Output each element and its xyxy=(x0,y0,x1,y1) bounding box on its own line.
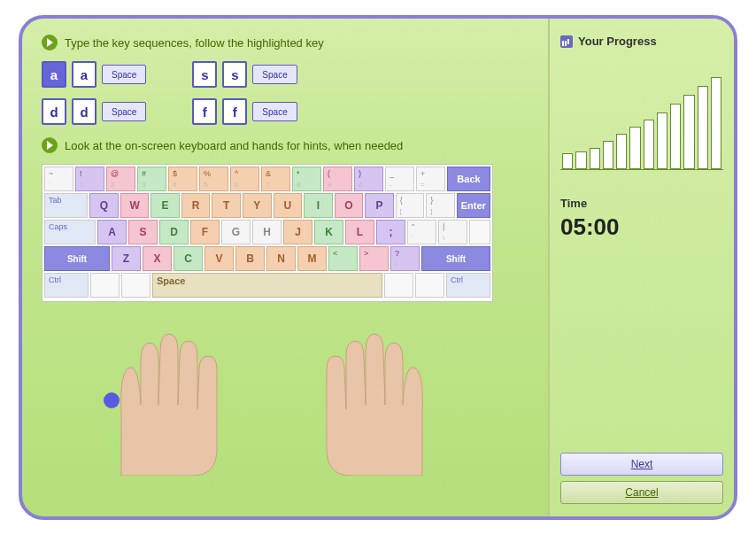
key-b: B xyxy=(235,246,265,271)
seq-key-s: s xyxy=(192,61,217,88)
sequence-grid: a a Space s s Space d d Space f f Space xyxy=(42,61,532,125)
key-blank xyxy=(121,273,150,298)
sequence-row: d d Space f f Space xyxy=(42,98,297,125)
key-ctrl-l: Ctrl xyxy=(44,273,89,298)
key-6: ^6 xyxy=(230,167,259,191)
progress-title: Your Progress xyxy=(578,35,657,48)
instruction-1-text: Type the key sequences, follow the highl… xyxy=(65,36,324,50)
main-panel: Type the key sequences, follow the highl… xyxy=(22,19,548,516)
key-q: Q xyxy=(89,193,119,218)
right-hand-icon xyxy=(298,307,449,479)
key-y: Y xyxy=(243,193,272,218)
key-l: L xyxy=(345,220,374,244)
key-backslash: |\ xyxy=(438,220,467,244)
key-blank xyxy=(90,273,120,298)
key-p: P xyxy=(365,193,394,218)
key-bracket-l: {[ xyxy=(396,193,425,218)
key-2: @2 xyxy=(106,167,135,191)
key-n: N xyxy=(266,246,296,271)
instruction-2-text: Look at the on-screen keyboard and hands… xyxy=(65,139,403,152)
seq-key-d: d xyxy=(72,98,96,125)
key-w: W xyxy=(120,193,150,218)
chart-bar xyxy=(590,148,600,169)
key-x: X xyxy=(143,246,172,271)
chart-bar xyxy=(670,104,681,169)
side-panel: Your Progress Time 05:00 Next Cancel xyxy=(548,19,734,516)
seq-space: Space xyxy=(252,65,297,84)
key-f: F xyxy=(190,220,220,244)
seq-key-f: f xyxy=(222,98,247,125)
key-blank xyxy=(384,273,413,298)
chart-bar xyxy=(575,151,586,169)
key-semicolon: ; xyxy=(376,220,405,244)
key-1: !1 xyxy=(75,167,104,191)
key-enter: Enter xyxy=(457,193,490,218)
key-8: *8 xyxy=(292,167,321,191)
chart-bar xyxy=(698,86,708,169)
cancel-button[interactable]: Cancel xyxy=(560,481,723,504)
key-shift-r: Shift xyxy=(421,246,490,271)
time-value: 05:00 xyxy=(560,213,723,241)
chart-bar xyxy=(603,141,613,169)
key-0: )0 xyxy=(354,167,383,191)
key-7: &7 xyxy=(261,167,290,191)
key-s: S xyxy=(128,220,158,244)
key-d: D xyxy=(159,220,189,244)
key-tab: Tab xyxy=(44,193,88,218)
seq-key-a: a xyxy=(72,61,96,88)
seq-space: Space xyxy=(252,102,297,121)
key-v: V xyxy=(204,246,234,271)
key-tilde: ~` xyxy=(44,167,73,191)
key-3: #3 xyxy=(137,167,166,191)
key-r: R xyxy=(181,193,211,218)
key-c: C xyxy=(174,246,203,271)
seq-key-d: d xyxy=(42,98,66,125)
instruction-2: Look at the on-screen keyboard and hands… xyxy=(42,137,532,153)
key-bracket-r: }] xyxy=(426,193,455,218)
chart-bar xyxy=(644,120,654,169)
seq-key-s: s xyxy=(222,61,247,88)
key-a: A xyxy=(97,220,127,244)
key-g: G xyxy=(221,220,251,244)
chart-bar xyxy=(657,112,667,169)
key-e: E xyxy=(150,193,180,218)
key-u: U xyxy=(274,193,303,218)
key-k: K xyxy=(314,220,343,244)
key-5: %5 xyxy=(199,167,228,191)
chart-bar xyxy=(616,134,627,169)
key-ctrl-r: Ctrl xyxy=(446,273,490,298)
key-h: H xyxy=(252,220,282,244)
app-frame: ✕ Type the key sequences, follow the hig… xyxy=(19,15,737,520)
key-space: Space xyxy=(152,273,382,298)
key-j: J xyxy=(283,220,312,244)
key-4: $4 xyxy=(168,167,197,191)
key-i: I xyxy=(304,193,333,218)
chart-bar xyxy=(683,95,694,169)
key-shift-l: Shift xyxy=(44,246,110,271)
key-comma: <, xyxy=(328,246,358,271)
key-z: Z xyxy=(112,246,141,271)
key-9: (9 xyxy=(323,167,352,191)
chart-icon xyxy=(560,35,573,48)
chart-bar xyxy=(711,77,721,169)
key-quote: "' xyxy=(407,220,436,244)
seq-key-a-active: a xyxy=(42,61,66,88)
key-blank xyxy=(415,273,444,298)
onscreen-keyboard: ~` !1 @2 #3 $4 %5 ^6 &7 *8 (9 )0 _- += B… xyxy=(42,164,493,302)
next-button[interactable]: Next xyxy=(560,453,723,476)
key-o: O xyxy=(335,193,364,218)
chart-bar xyxy=(629,127,640,169)
progress-header: Your Progress xyxy=(560,35,723,48)
play-icon xyxy=(42,137,58,153)
key-equals: += xyxy=(416,167,445,191)
key-blank xyxy=(469,220,490,244)
seq-space: Space xyxy=(102,102,146,121)
chart-bar xyxy=(562,153,573,169)
key-period: >. xyxy=(359,246,389,271)
seq-key-f: f xyxy=(192,98,217,125)
play-icon xyxy=(42,35,58,50)
sequence-row: a a Space s s Space xyxy=(42,61,297,88)
button-group: Next Cancel xyxy=(560,447,723,504)
hands-area xyxy=(42,311,532,461)
time-label: Time xyxy=(560,197,723,210)
